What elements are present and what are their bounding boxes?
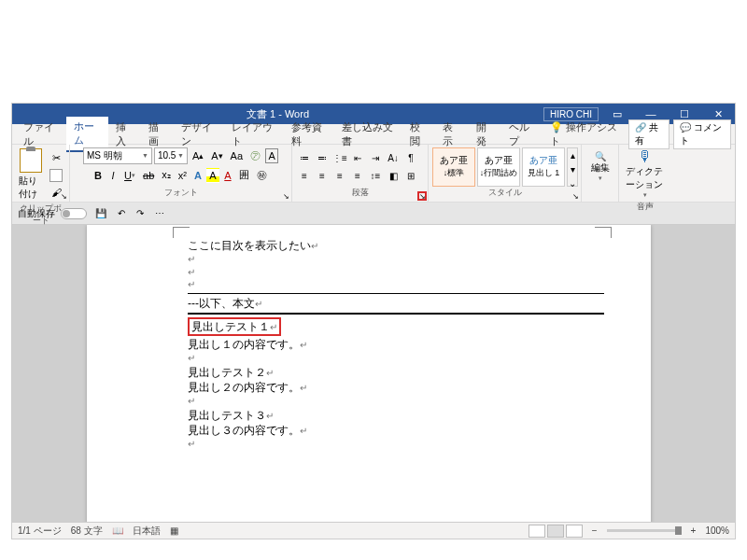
align-left-button[interactable]: ≡	[296, 167, 313, 184]
line-spacing-button[interactable]: ↕≡	[367, 167, 384, 184]
copy-icon	[49, 169, 63, 182]
dictate-button[interactable]: 🎙 ディクテーション ▾	[623, 147, 668, 201]
highlight-button[interactable]: A	[206, 168, 219, 183]
view-read-mode[interactable]	[529, 525, 545, 538]
margin-mark-tr	[595, 227, 612, 238]
clipboard-dialog-launcher[interactable]: ↘	[59, 191, 68, 201]
zoom-slider[interactable]	[607, 529, 682, 532]
clipboard-group-label: クリップボード	[16, 203, 65, 216]
comments-button[interactable]: 💬 コメント	[673, 119, 731, 149]
undo-button[interactable]: ↶	[115, 206, 128, 220]
styles-dialog-launcher[interactable]: ↘	[571, 191, 580, 201]
style-name-label: ↓行間詰め	[480, 167, 518, 179]
styles-scroll-up[interactable]: ▴	[568, 148, 577, 162]
font-dialog-launcher[interactable]: ↘	[281, 191, 290, 201]
font-name-combo[interactable]: MS 明朝▼	[83, 147, 152, 164]
redo-button[interactable]: ↷	[134, 206, 147, 220]
character-shading-button[interactable]: 囲	[236, 166, 252, 184]
multilevel-list-button[interactable]: ⋮≡	[331, 149, 348, 166]
save-button[interactable]: 💾	[92, 206, 109, 220]
superscript-button[interactable]: x²	[176, 168, 190, 183]
view-web-layout[interactable]	[566, 525, 583, 538]
style-preview: あア亜	[440, 154, 468, 167]
text-effects-button[interactable]: A	[191, 168, 204, 183]
horizontal-rule-double	[188, 313, 604, 315]
cut-button[interactable]: ✂	[47, 150, 65, 166]
autosave-toggle[interactable]	[61, 208, 87, 219]
status-page[interactable]: 1/1 ページ	[18, 525, 62, 538]
decrease-indent-button[interactable]: ⇤	[349, 149, 366, 166]
grow-font-button[interactable]: A▴	[190, 148, 206, 163]
qat-customize[interactable]: ⋯	[152, 206, 167, 220]
paragraph-mark-icon: ↵	[311, 241, 318, 251]
text-toc-placeholder: ここに目次を表示したい	[188, 239, 311, 252]
style-name-label: ↓標準	[444, 167, 465, 179]
borders-button[interactable]: ⊞	[402, 167, 419, 184]
phonetic-guide-button[interactable]: ㋐	[247, 147, 263, 164]
increase-indent-button[interactable]: ⇥	[367, 149, 384, 166]
zoom-out-button[interactable]: −	[592, 525, 598, 536]
style-preview: あア亜	[529, 154, 557, 167]
subscript-button[interactable]: x₂	[159, 167, 174, 183]
strikethrough-button[interactable]: ab	[140, 168, 157, 183]
find-replace-menu[interactable]: 🔍 編集 ▾	[588, 149, 613, 184]
character-border-button[interactable]: A	[265, 148, 278, 163]
align-center-button[interactable]: ≡	[314, 167, 331, 184]
page[interactable]: ここに目次を表示したい↵ ↵ ↵ ↵ ---以下、本文↵ 見出しテスト１↵ 見出…	[87, 225, 651, 522]
paragraph-mark-icon: ↵	[188, 266, 604, 279]
zoom-in-button[interactable]: +	[691, 525, 697, 536]
margin-mark-tl	[173, 227, 190, 238]
bold-button[interactable]: B	[92, 168, 105, 183]
text-body-2: 見出し２の内容です。	[188, 381, 300, 394]
font-color-button[interactable]: A	[221, 168, 234, 183]
editing-label: 編集	[591, 161, 610, 175]
status-word-count[interactable]: 68 文字	[71, 525, 103, 538]
document-area: ここに目次を表示したい↵ ↵ ↵ ↵ ---以下、本文↵ 見出しテスト１↵ 見出…	[12, 225, 735, 522]
magnifier-icon: 🔍	[595, 151, 606, 161]
align-right-button[interactable]: ≡	[331, 167, 348, 184]
style-normal[interactable]: あア亜 ↓標準	[432, 147, 475, 187]
numbering-button[interactable]: ≕	[314, 149, 331, 166]
spellcheck-icon[interactable]: 📖	[112, 525, 123, 536]
chevron-down-icon: ▼	[177, 152, 184, 159]
zoom-level[interactable]: 100%	[705, 525, 729, 536]
styles-scroll-down[interactable]: ▾	[568, 162, 577, 176]
shading-button[interactable]: ◧	[385, 167, 402, 184]
style-heading1[interactable]: あア亜 見出し 1	[522, 147, 565, 187]
font-size-combo[interactable]: 10.5▼	[154, 147, 188, 164]
paragraph-mark-icon: ↵	[300, 426, 307, 436]
paragraph-mark-icon: ↵	[188, 438, 604, 451]
paste-button[interactable]: 貼り付け	[16, 147, 45, 203]
group-editing: 🔍 編集 ▾	[582, 145, 619, 202]
ribbon: 貼り付け ✂ 🖌 クリップボード ↘ MS 明朝▼ 10.5▼ A▴ A▾ Aa	[12, 145, 735, 203]
group-styles: あア亜 ↓標準 あア亜 ↓行間詰め あア亜 見出し 1 ▴ ▾ ⌄	[429, 145, 582, 202]
sort-button[interactable]: A↓	[385, 149, 402, 166]
share-label: 共有	[635, 122, 658, 146]
bullets-button[interactable]: ≔	[296, 149, 313, 166]
chevron-down-icon: ▼	[142, 152, 148, 159]
copy-button[interactable]	[47, 167, 65, 184]
paste-label: 貼り付け	[19, 175, 42, 201]
comments-label: コメント	[680, 122, 722, 146]
status-language[interactable]: 日本語	[133, 525, 161, 538]
style-name-label: 見出し 1	[528, 167, 560, 179]
justify-button[interactable]: ≡	[349, 167, 366, 184]
text-body-1: 見出し１の内容です。	[188, 338, 300, 351]
clipboard-icon	[20, 148, 42, 173]
save-icon: 💾	[95, 208, 106, 218]
italic-button[interactable]: I	[106, 168, 120, 183]
show-paragraph-marks-button[interactable]: ¶	[402, 149, 419, 166]
macro-icon[interactable]: ▦	[170, 525, 178, 536]
view-print-layout[interactable]	[547, 525, 564, 538]
underline-button[interactable]: U ▾	[121, 168, 138, 183]
microphone-icon: 🎙	[638, 148, 653, 165]
status-bar: 1/1 ページ 68 文字 📖 日本語 ▦ − + 100%	[12, 522, 735, 539]
shrink-font-button[interactable]: A▾	[208, 148, 225, 163]
style-nospacing[interactable]: あア亜 ↓行間詰め	[477, 147, 520, 187]
paragraph-mark-icon: ↵	[300, 383, 307, 393]
paragraph-dialog-launcher[interactable]: ↘	[417, 191, 427, 201]
enclose-character-button[interactable]: ㊙	[254, 166, 270, 184]
ribbon-tabs: ファイル ホーム 挿入 描画 デザイン レイアウト 参考資料 差し込み文書 校閲…	[12, 124, 735, 145]
change-case-button[interactable]: Aa	[228, 148, 246, 163]
page-content[interactable]: ここに目次を表示したい↵ ↵ ↵ ↵ ---以下、本文↵ 見出しテスト１↵ 見出…	[188, 238, 604, 451]
